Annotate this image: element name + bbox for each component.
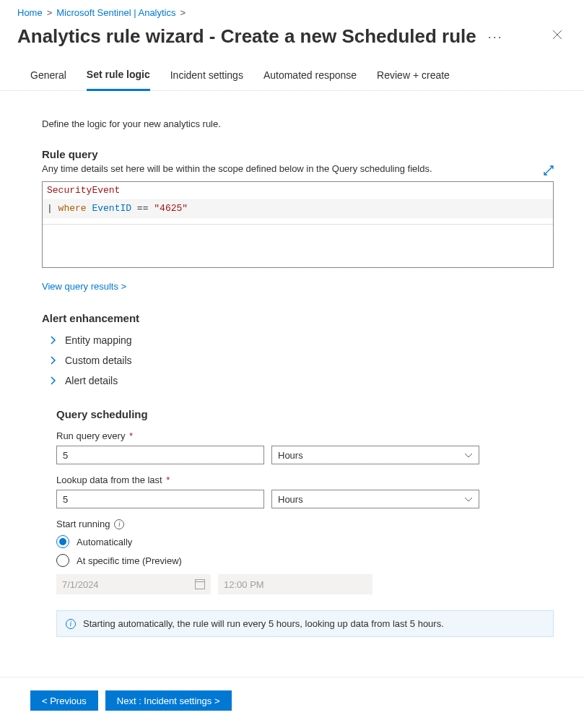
chevron-right-icon [49, 336, 58, 344]
radio-automatically[interactable]: Automatically [56, 535, 554, 548]
rule-query-editor[interactable]: SecurityEvent | where EventID == "4625" [42, 181, 554, 268]
expander-custom-details[interactable]: Custom details [42, 350, 554, 370]
breadcrumb-home[interactable]: Home [17, 7, 43, 18]
query-scheduling-title: Query scheduling [56, 408, 554, 420]
query-token-column: EventID [92, 203, 131, 214]
rule-query-title: Rule query [42, 148, 554, 160]
info-icon: i [66, 619, 76, 629]
breadcrumb-sentinel-analytics[interactable]: Microsoft Sentinel | Analytics [56, 7, 175, 18]
chevron-down-icon [464, 450, 473, 461]
chevron-down-icon [464, 494, 473, 505]
expander-label: Entity mapping [65, 334, 132, 346]
radio-specific-time[interactable]: At specific time (Preview) [56, 554, 554, 567]
expander-label: Alert details [65, 375, 118, 386]
start-time-input-disabled: 12:00 PM [218, 574, 372, 594]
query-token-value: "4625" [154, 203, 188, 214]
radio-label: At specific time (Preview) [77, 555, 182, 566]
expand-editor-icon[interactable] [544, 165, 554, 178]
info-icon[interactable]: i [114, 519, 124, 529]
expander-label: Custom details [65, 355, 132, 366]
rule-query-subtitle: Any time details set here will be within… [42, 163, 554, 174]
run-every-value-input[interactable]: 5 [56, 446, 264, 464]
start-running-label: Start running i [56, 519, 554, 529]
breadcrumb-separator: > [180, 7, 186, 18]
breadcrumb: Home > Microsoft Sentinel | Analytics > [0, 0, 584, 21]
run-every-unit-select[interactable]: Hours [271, 446, 479, 464]
query-token-where: where [58, 203, 87, 214]
wizard-tabs: General Set rule logic Incident settings… [0, 61, 584, 91]
close-icon[interactable] [548, 25, 567, 46]
query-token-entity: SecurityEvent [47, 185, 120, 196]
page-title: Analytics rule wizard - Create a new Sch… [17, 25, 476, 48]
view-query-results-link[interactable]: View query results > [42, 281, 126, 292]
expander-entity-mapping[interactable]: Entity mapping [42, 330, 554, 350]
calendar-icon [195, 579, 205, 589]
alert-enhancement-title: Alert enhancement [42, 312, 554, 324]
radio-label: Automatically [77, 537, 132, 547]
more-icon[interactable]: ··· [488, 25, 503, 48]
intro-text: Define the logic for your new analytics … [42, 118, 554, 129]
radio-indicator [56, 554, 69, 567]
start-date-input-disabled: 7/1/2024 [56, 574, 211, 594]
tab-incident-settings[interactable]: Incident settings [170, 62, 243, 91]
run-every-label: Run query every * [56, 430, 554, 441]
expander-alert-details[interactable]: Alert details [42, 370, 554, 391]
chevron-right-icon [49, 356, 58, 365]
page-header: Analytics rule wizard - Create a new Sch… [0, 21, 584, 61]
tab-general[interactable]: General [30, 62, 66, 91]
previous-button[interactable]: < Previous [30, 690, 98, 711]
lookup-unit-select[interactable]: Hours [271, 490, 479, 508]
next-button[interactable]: Next : Incident settings > [105, 690, 232, 711]
chevron-right-icon [49, 376, 58, 385]
tab-automated-response[interactable]: Automated response [263, 62, 357, 91]
tab-set-rule-logic[interactable]: Set rule logic [87, 61, 150, 91]
radio-indicator [56, 535, 69, 548]
lookup-label: Lookup data from the last * [56, 474, 554, 485]
wizard-footer: < Previous Next : Incident settings > [0, 677, 584, 728]
info-banner-text: Starting automatically, the rule will ru… [83, 618, 444, 629]
breadcrumb-separator: > [47, 7, 53, 18]
content-scroll-area[interactable]: Define the logic for your new analytics … [0, 101, 584, 673]
tab-review-create[interactable]: Review + create [377, 62, 450, 91]
schedule-info-banner: i Starting automatically, the rule will … [56, 610, 554, 637]
lookup-value-input[interactable]: 5 [56, 490, 264, 508]
